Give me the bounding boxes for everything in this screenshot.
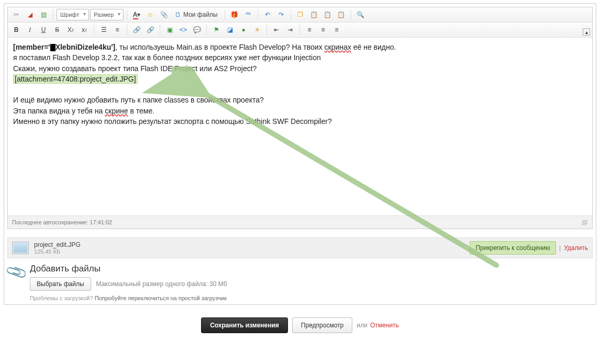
- separator: [160, 25, 160, 35]
- simple-uploader-link[interactable]: Попробуйте переключиться на простой загр…: [95, 295, 227, 301]
- blackout: [50, 44, 55, 51]
- separator: [206, 25, 207, 35]
- upload-heading: Добавить файлы: [30, 264, 227, 274]
- link-icon[interactable]: 🔗: [130, 24, 143, 36]
- text: И ещё видимо нужно добавить путь к папке…: [13, 95, 587, 105]
- separator: [291, 9, 291, 20]
- disc-icon[interactable]: ●: [237, 24, 250, 36]
- separator: [127, 25, 127, 35]
- file-size: 125.45 КБ: [34, 248, 81, 255]
- bullet-list-icon[interactable]: ☰: [97, 24, 110, 36]
- save-button[interactable]: Сохранить изменения: [201, 317, 288, 333]
- sun-icon[interactable]: ☀: [251, 24, 263, 36]
- bold-icon[interactable]: B: [10, 24, 23, 36]
- choose-files-button[interactable]: Выбрать файлы: [30, 277, 91, 291]
- text: Именно в эту папку нужно положить резуль…: [13, 116, 587, 127]
- search-icon[interactable]: 🔍: [354, 9, 367, 20]
- text: в теме.: [128, 107, 155, 115]
- text: или: [357, 322, 367, 329]
- file-actions: Прикрепить к сообщению | Удалить: [470, 241, 588, 255]
- italic-icon[interactable]: I: [24, 24, 36, 36]
- resize-handle-icon[interactable]: [581, 219, 588, 226]
- text: Эта папка видна у тебя на: [13, 107, 105, 115]
- rich-text-editor: ✂ ◢ ▤ Шрифт Размер A▾ ☺ 📎 🗋Мои файлы 🎁 ᴬ…: [7, 7, 593, 229]
- attach-icon[interactable]: 📎: [158, 9, 170, 20]
- code-icon[interactable]: <>: [177, 24, 190, 36]
- text: её не видно.: [351, 43, 396, 51]
- cut-icon[interactable]: ✂: [10, 9, 23, 20]
- form-actions: Сохранить изменения Предпросмотр или Отм…: [3, 317, 597, 333]
- divider: |: [559, 244, 561, 252]
- text: [member=': [13, 43, 50, 51]
- editor-textarea[interactable]: [member='XlebniDizele4ku'], ты используе…: [8, 38, 592, 215]
- autosave-label: Последнее автосохранение: 17:41:02: [12, 219, 112, 225]
- number-list-icon[interactable]: ≡: [111, 24, 124, 36]
- subscript-icon[interactable]: X2: [64, 24, 77, 36]
- paperclip-icon: 📎: [5, 261, 28, 283]
- text-color-icon[interactable]: A▾: [130, 9, 143, 20]
- outdent-icon[interactable]: ⇤: [270, 24, 283, 36]
- attachment-tag: [attachment=47408:project_edit.JPG]: [13, 74, 138, 84]
- file-info: project_edit.JPG 125.45 КБ: [34, 241, 81, 255]
- editor-statusbar: Последнее автосохранение: 17:41:02: [8, 215, 592, 229]
- superscript-icon[interactable]: x2: [78, 24, 91, 36]
- underline-icon[interactable]: U: [37, 24, 50, 36]
- attached-file-row: project_edit.JPG 125.45 КБ Прикрепить к …: [7, 237, 593, 258]
- toolbar-row-1: ✂ ◢ ▤ Шрифт Размер A▾ ☺ 📎 🗋Мои файлы 🎁 ᴬ…: [8, 7, 592, 22]
- text: , ты используешь Main.as в проекте Flash…: [115, 43, 324, 51]
- align-left-icon[interactable]: ≡: [303, 24, 316, 36]
- unlink-icon[interactable]: 🔗: [144, 24, 157, 36]
- separator: [266, 25, 267, 35]
- preview-button[interactable]: Предпросмотр: [292, 317, 352, 333]
- switch-icon[interactable]: ▤: [37, 9, 50, 20]
- or-cancel: или Отменить: [357, 322, 399, 329]
- separator: [299, 25, 300, 35]
- toolbar-row-2: B I U S X2 x2 ☰ ≡ 🔗 🔗 ▣ <> 💬 ⚑ ◪ ● ☀ ⇤ ⇥: [8, 22, 592, 38]
- text: Скажи, нужно создавать проект типа Flash…: [13, 63, 587, 74]
- image-icon[interactable]: ▣: [163, 24, 176, 36]
- upload-block: 📎 Добавить файлы Выбрать файлы Максималь…: [7, 264, 593, 301]
- gift-icon[interactable]: 🎁: [228, 9, 241, 20]
- separator: [351, 9, 351, 20]
- quote-icon[interactable]: 💬: [191, 24, 203, 36]
- strike-icon[interactable]: S: [51, 24, 63, 36]
- translate-icon[interactable]: ᴬᵇ: [242, 9, 254, 20]
- separator: [127, 9, 127, 20]
- align-center-icon[interactable]: ≡: [317, 24, 329, 36]
- indent-icon[interactable]: ⇥: [284, 24, 296, 36]
- separator: [225, 9, 225, 20]
- paste-icon[interactable]: 📋: [308, 9, 320, 20]
- text: XlebniDizele4ku': [55, 43, 113, 51]
- undo-icon[interactable]: ↶: [261, 9, 274, 20]
- font-size-select[interactable]: Размер: [90, 9, 124, 20]
- separator: [94, 25, 94, 35]
- spelling-error: скринах: [325, 43, 351, 51]
- delete-file-link[interactable]: Удалить: [564, 244, 588, 252]
- file-thumbnail-icon: [12, 242, 29, 254]
- attach-to-message-button[interactable]: Прикрепить к сообщению: [470, 241, 556, 255]
- separator: [53, 9, 53, 20]
- align-right-icon[interactable]: ≡: [330, 24, 343, 36]
- paste-word-icon[interactable]: 📋: [335, 9, 348, 20]
- editor-container: ✂ ◢ ▤ Шрифт Размер A▾ ☺ 📎 🗋Мои файлы 🎁 ᴬ…: [4, 3, 596, 305]
- text: Проблемы с загрузкой?: [30, 295, 95, 301]
- redo-icon[interactable]: ↷: [275, 9, 287, 20]
- expand-icon[interactable]: ▴: [583, 28, 590, 36]
- cancel-link[interactable]: Отменить: [370, 322, 399, 329]
- max-size-hint: Максимальный размер одного файла: 30 Мб: [96, 280, 227, 288]
- prefs-icon[interactable]: ⚑: [210, 24, 223, 36]
- paste-text-icon[interactable]: 📋: [321, 9, 334, 20]
- emoji-icon[interactable]: ☺: [144, 9, 157, 20]
- copy-icon[interactable]: ❐: [294, 9, 307, 20]
- twitter-icon[interactable]: ◪: [224, 24, 236, 36]
- file-name: project_edit.JPG: [34, 241, 81, 248]
- spelling-error: скрине: [105, 107, 128, 115]
- font-family-select[interactable]: Шрифт: [57, 9, 89, 20]
- upload-body: Добавить файлы Выбрать файлы Максимальны…: [30, 264, 227, 301]
- eraser-icon[interactable]: ◢: [24, 9, 36, 20]
- my-files-button[interactable]: 🗋Мои файлы: [171, 9, 221, 20]
- text: я поставил Flash Develop 3.2.2, так как …: [13, 52, 587, 63]
- separator: [258, 9, 258, 20]
- upload-subhint: Проблемы с загрузкой? Попробуйте переклю…: [30, 295, 227, 301]
